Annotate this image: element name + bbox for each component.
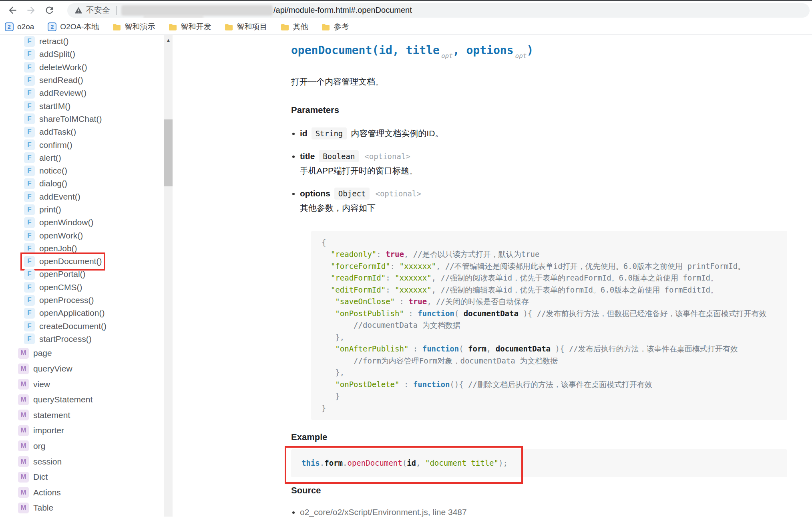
folder-icon (113, 24, 121, 30)
sidebar-item-inner: Mview (18, 379, 50, 390)
url-bar[interactable]: 不安全 /api/module-form.html#.openDocument (67, 3, 810, 18)
arrow-back-icon (7, 5, 18, 16)
sidebar-item-sharetoimchat[interactable]: FshareToIMChat() (0, 113, 173, 125)
sidebar-item-dialog[interactable]: Fdialog() (0, 177, 173, 190)
code-line: "forceFormId": "xxxxxx", //不管编辑还是阅读都用此表单… (322, 261, 777, 273)
sidebar-item-opencms[interactable]: FopenCMS() (0, 281, 173, 294)
sidebar-item-startim[interactable]: FstartIM() (0, 99, 173, 112)
bookmark-label: 智和项目 (237, 22, 267, 32)
sidebar-item-label: Actions (33, 488, 61, 497)
sidebar-item-inner: FopenApplication() (24, 308, 105, 319)
bookmark-label: 智和演示 (125, 22, 155, 32)
sidebar-item-statement[interactable]: Mstatement (0, 408, 173, 423)
sidebar-item-openwindow[interactable]: FopenWindow() (0, 216, 173, 229)
sidebar-item-startprocess[interactable]: FstartProcess() (0, 333, 173, 345)
function-badge: F (24, 88, 35, 99)
sidebar-item-dict[interactable]: MDict (0, 469, 173, 485)
sidebar-item-inner: Fconfirm() (24, 139, 72, 150)
function-badge: F (24, 217, 35, 228)
sidebar-item-openapplication[interactable]: FopenApplication() (0, 307, 173, 319)
sidebar-item-createdocument[interactable]: FcreateDocument() (0, 320, 173, 333)
function-badge: F (24, 243, 35, 254)
sidebar-item-label: shareToIMChat() (39, 114, 102, 124)
sidebar-item-opendocument[interactable]: FopenDocument() (0, 255, 173, 268)
sidebar-scrollbar[interactable]: ▲ (164, 35, 173, 517)
param-optional-label: <optional> (375, 189, 421, 198)
param-name: id (300, 129, 308, 138)
function-badge: F (24, 75, 35, 86)
sidebar-item-label: openPortal() (39, 269, 86, 279)
sidebar-item-actions[interactable]: MActions (0, 485, 173, 500)
code-line: "readFormId": "xxxxxx", //强制的阅读表单id，优先于表… (322, 272, 777, 284)
member-badge: M (18, 472, 29, 483)
back-button[interactable] (6, 4, 19, 17)
sidebar-item-openwork[interactable]: FopenWork() (0, 229, 173, 242)
sidebar-item-label: alert() (39, 153, 61, 163)
sidebar-item-label: addSplit() (39, 49, 75, 59)
sidebar-item-inner: Fnotice() (24, 166, 67, 176)
function-badge: F (24, 269, 35, 280)
member-badge: M (18, 503, 29, 513)
param-type-chip: String (312, 127, 347, 139)
sidebar-item-inner: FopenCMS() (24, 282, 82, 293)
sidebar-item-inner: Mstatement (18, 410, 70, 420)
sidebar-item-confirm[interactable]: Fconfirm() (0, 138, 173, 151)
param-type-chip: Boolean (319, 150, 359, 162)
sidebar-item-openjob[interactable]: FopenJob() (0, 242, 173, 255)
bookmark-site[interactable]: 2o2oa (5, 22, 34, 31)
sidebar-item-addreview[interactable]: FaddReview() (0, 87, 173, 99)
bookmark-folder[interactable]: 智和开发 (169, 22, 211, 32)
function-badge: F (24, 36, 35, 47)
sidebar-item-inner: FcreateDocument() (24, 321, 107, 331)
sidebar-item-label: openJob() (39, 244, 77, 253)
url-separator (116, 6, 117, 15)
code-line: }, (322, 367, 777, 379)
forward-button[interactable] (24, 4, 38, 17)
sidebar-item-inner: Mpage (18, 348, 52, 359)
sidebar-item-print[interactable]: Fprint() (0, 203, 173, 216)
sidebar-item-inner: FaddEvent() (24, 191, 80, 202)
sidebar-item-page[interactable]: Mpage (0, 345, 173, 361)
browser-window: 不安全 /api/module-form.html#.openDocument … (0, 0, 812, 517)
sidebar-list: Fretract()FaddSplit()FdeleteWork()FsendR… (0, 35, 173, 516)
sidebar-item-openprocess[interactable]: FopenProcess() (0, 294, 173, 307)
sidebar-item-addevent[interactable]: FaddEvent() (0, 190, 173, 203)
sidebar-item-table[interactable]: MTable (0, 500, 173, 516)
sidebar-item-notice[interactable]: Fnotice() (0, 164, 173, 177)
params-list: idString内容管理文档实例的ID。titleBoolean<optiona… (291, 127, 787, 215)
sidebar-item-label: openDocument() (39, 256, 102, 266)
sidebar-item-org[interactable]: Morg (0, 438, 173, 454)
source-link[interactable]: o2_core/o2/xScript/Environment.js, line … (300, 507, 467, 517)
bookmark-folder[interactable]: 其他 (281, 22, 308, 32)
param-type-chip: Object (334, 188, 370, 200)
bookmark-folder[interactable]: 参考 (322, 22, 349, 32)
bookmark-folder[interactable]: 智和演示 (113, 22, 155, 32)
sidebar-item-session[interactable]: Msession (0, 454, 173, 469)
sidebar-item-querystatement[interactable]: MqueryStatement (0, 392, 173, 408)
bookmark-folder[interactable]: 智和项目 (225, 22, 267, 32)
sidebar-item-queryview[interactable]: MqueryView (0, 361, 173, 377)
bookmark-site[interactable]: 2O2OA-本地 (48, 22, 99, 32)
example-section: this.form.openDocument(id, "document tit… (291, 449, 787, 477)
example-code-block: this.form.openDocument(id, "document tit… (291, 449, 787, 477)
sidebar-item-openportal[interactable]: FopenPortal() (0, 268, 173, 281)
sidebar-item-addtask[interactable]: FaddTask() (0, 125, 173, 138)
sidebar-item-deletework[interactable]: FdeleteWork() (0, 61, 173, 74)
sidebar-item-inner: Fprint() (24, 204, 61, 215)
sidebar-scrollbar-thumb[interactable] (164, 119, 173, 186)
sidebar-item-importer[interactable]: Mimporter (0, 423, 173, 438)
source-heading: Source (291, 485, 787, 497)
sidebar-item-view[interactable]: Mview (0, 376, 173, 392)
reload-button[interactable] (42, 4, 56, 17)
scroll-up-arrow-icon[interactable]: ▲ (164, 36, 173, 44)
example-heading: Example (291, 431, 787, 443)
sidebar-item-sendread[interactable]: FsendRead() (0, 74, 173, 87)
sidebar-item-inner: FopenProcess() (24, 295, 94, 306)
sidebar-item-inner: FopenWindow() (24, 217, 93, 228)
folder-icon (225, 24, 233, 30)
sidebar-item-alert[interactable]: Falert() (0, 151, 173, 164)
sidebar-item-retract[interactable]: Fretract() (0, 35, 173, 48)
member-badge: M (18, 440, 29, 451)
sidebar-item-label: sendRead() (39, 75, 83, 85)
sidebar-item-addsplit[interactable]: FaddSplit() (0, 48, 173, 61)
